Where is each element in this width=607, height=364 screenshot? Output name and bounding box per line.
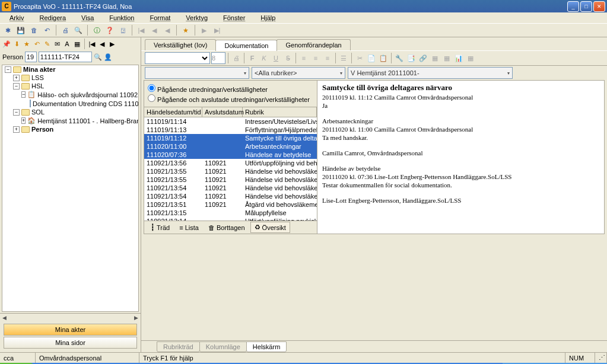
table-row[interactable]: 110921/13:51110921Åtgärd vid behovsläkem… bbox=[144, 200, 317, 209]
sidebar-mail-icon[interactable]: ✉ bbox=[53, 40, 61, 48]
tool-g-icon[interactable]: ▦ bbox=[465, 53, 476, 63]
col-rubrik[interactable]: Rubrik bbox=[243, 107, 317, 117]
tree-sol[interactable]: SOL bbox=[31, 108, 45, 116]
tab-genomforandeplan[interactable]: Genomförandeplan bbox=[277, 39, 350, 50]
toolbar-play-icon[interactable]: ▶ bbox=[199, 25, 209, 36]
btab-kolumnlage[interactable]: Kolumnläge bbox=[199, 341, 247, 352]
sidebar-a-icon[interactable]: A bbox=[63, 40, 71, 48]
align-center-icon[interactable]: ≡ bbox=[310, 53, 321, 63]
filter-dropdown-2[interactable]: <Alla rubriker>▾ bbox=[252, 67, 345, 79]
mina-akter-button[interactable]: Mina akter bbox=[4, 324, 137, 336]
tool-e-icon[interactable]: ▦ bbox=[441, 53, 452, 63]
underline-icon[interactable]: U bbox=[271, 53, 281, 63]
tree-expand-icon[interactable]: + bbox=[13, 126, 20, 133]
tool-b-icon[interactable]: 📑 bbox=[406, 53, 417, 63]
sidebar-scrollbar[interactable]: ◀▶ bbox=[0, 313, 141, 321]
tool-a-icon[interactable]: 🔧 bbox=[394, 53, 405, 63]
font-size-input[interactable] bbox=[211, 52, 225, 64]
status-resize-grip[interactable]: ⋰ bbox=[595, 353, 607, 363]
table-row[interactable]: 111019/11:12Samtycke till övriga deltaga bbox=[144, 134, 317, 142]
paste-icon[interactable]: 📋 bbox=[378, 53, 389, 63]
close-button[interactable]: ✕ bbox=[593, 1, 605, 12]
grid-body[interactable]: 111019/11:14Intressen/Utevistelse/Livsf1… bbox=[144, 117, 317, 221]
navigation-tree[interactable]: −Mina akter +LSS −HSL −📋Hälso- och sjukv… bbox=[2, 65, 139, 312]
align-left-icon[interactable]: ≡ bbox=[298, 53, 309, 63]
tree-hsl-doc[interactable]: Dokumentation Utredning CDS 111019 bbox=[33, 100, 139, 107]
sidebar-edit-icon[interactable]: ✎ bbox=[43, 40, 51, 48]
toolbar-first-icon[interactable]: |◀ bbox=[136, 25, 147, 36]
italic-icon[interactable]: K bbox=[259, 53, 269, 63]
toolbar-info-icon[interactable]: ⓘ bbox=[91, 25, 102, 36]
tool-d-icon[interactable]: ▦ bbox=[430, 53, 440, 63]
person-id-short-input[interactable] bbox=[25, 52, 37, 62]
trad-button[interactable]: ┇Träd bbox=[147, 222, 174, 233]
copy-icon[interactable]: 📄 bbox=[366, 53, 377, 63]
menu-funktion[interactable]: Funktion bbox=[102, 14, 141, 22]
menu-format[interactable]: Format bbox=[143, 14, 178, 22]
print-icon[interactable]: 🖨 bbox=[231, 53, 241, 63]
font-family-select[interactable] bbox=[145, 52, 210, 64]
sidebar-pin-icon[interactable]: 📌 bbox=[2, 40, 11, 48]
toolbar-back-icon[interactable]: ◀ bbox=[162, 25, 173, 36]
table-row[interactable]: 111020/11:00Arbetsanteckningar bbox=[144, 142, 317, 151]
filter-dropdown-3[interactable]: V Hemtjänst 20111001-▾ bbox=[348, 67, 513, 79]
align-right-icon[interactable]: ≡ bbox=[322, 53, 333, 63]
sidebar-down-icon[interactable]: ⬇ bbox=[12, 40, 21, 48]
lista-button[interactable]: ≡Lista bbox=[175, 222, 203, 233]
filter-dropdown-1[interactable]: ▾ bbox=[145, 67, 249, 79]
tree-collapse-icon[interactable]: − bbox=[21, 91, 26, 98]
table-row[interactable]: 110921/13:55110921Händelse vid behovsläk… bbox=[144, 167, 317, 175]
tree-lss[interactable]: LSS bbox=[31, 74, 44, 81]
tree-hsl-child[interactable]: Hälso- och sjukvårdsjournal 110921 - bbox=[37, 91, 139, 98]
radio-pagende[interactable]: Pågående utredningar/verkställigheter bbox=[148, 84, 313, 94]
toolbar-print-icon[interactable]: 🖨 bbox=[60, 25, 71, 36]
menu-arkiv[interactable]: Arkiv bbox=[2, 14, 31, 22]
toolbar-undo-icon[interactable]: ↶ bbox=[42, 25, 52, 36]
sidebar-next-icon[interactable]: ▶ bbox=[108, 40, 116, 48]
menu-fonster[interactable]: Fönster bbox=[216, 14, 252, 22]
tree-root[interactable]: Mina akter bbox=[23, 66, 55, 73]
table-row[interactable]: 111020/07:36Händelse av betydelse bbox=[144, 151, 317, 159]
strike-icon[interactable]: S̶ bbox=[282, 53, 293, 63]
mina-sidor-button[interactable]: Mina sidor bbox=[4, 337, 137, 349]
toolbar-new-icon[interactable]: ✱ bbox=[2, 25, 13, 36]
radio-avslutade[interactable]: Pågående och avslutade utredningar/verks… bbox=[148, 94, 313, 104]
sidebar-prev-icon[interactable]: ◀ bbox=[98, 40, 106, 48]
table-row[interactable]: 110921/13:54110921Händelse vid behovsläk… bbox=[144, 184, 317, 192]
toolbar-preview-icon[interactable]: 🔍 bbox=[73, 25, 84, 36]
tree-collapse-icon[interactable]: − bbox=[5, 66, 11, 73]
toolbar-prev-icon[interactable]: ◀ bbox=[149, 25, 160, 36]
list-icon[interactable]: ☰ bbox=[338, 53, 349, 63]
toolbar-end-icon[interactable]: ▶| bbox=[212, 25, 223, 36]
toolbar-star-icon[interactable]: ★ bbox=[180, 25, 191, 36]
table-row[interactable]: 111019/11:13Förflyttningar/Hjälpmedel bbox=[144, 126, 317, 134]
menu-redigera[interactable]: Redigera bbox=[32, 14, 73, 22]
borttagen-button[interactable]: 🗑Borttagen bbox=[204, 222, 249, 233]
tab-dokumentation[interactable]: Dokumentation bbox=[215, 40, 277, 51]
toolbar-whatsthis-icon[interactable]: ⍰ bbox=[117, 25, 128, 36]
toolbar-delete-icon[interactable]: 🗑 bbox=[28, 25, 39, 36]
lookup-icon[interactable]: 🔍 bbox=[94, 53, 102, 61]
person-icon[interactable]: 👤 bbox=[104, 53, 112, 61]
menu-hjalp[interactable]: Hjälp bbox=[253, 14, 282, 22]
col-avslutsdatum[interactable]: Avslutsdatum bbox=[202, 107, 243, 117]
btab-helskarm[interactable]: Helskärm bbox=[246, 341, 287, 352]
tree-expand-icon[interactable]: + bbox=[13, 75, 20, 81]
tree-hsl[interactable]: HSL bbox=[31, 82, 44, 90]
sidebar-grid-icon[interactable]: ▦ bbox=[73, 40, 81, 48]
sidebar-star-icon[interactable]: ★ bbox=[23, 40, 31, 48]
table-row[interactable]: 110921/13:54110921Händelse vid behovsläk… bbox=[144, 192, 317, 200]
table-row[interactable]: 110921/13:56110921Utfört/uppföljning vid… bbox=[144, 159, 317, 167]
tab-verkstallighet[interactable]: Verkställighet (Iov) bbox=[145, 39, 216, 50]
sidebar-undo-icon[interactable]: ↶ bbox=[33, 40, 41, 48]
col-handelsedatum[interactable]: Händelsedatum/tid bbox=[144, 107, 202, 117]
cut-icon[interactable]: ✂ bbox=[354, 53, 365, 63]
menu-verktyg[interactable]: Verktyg bbox=[179, 14, 215, 22]
tree-collapse-icon[interactable]: − bbox=[13, 83, 20, 90]
sidebar-first-icon[interactable]: |◀ bbox=[88, 40, 96, 48]
tree-collapse-icon[interactable]: − bbox=[13, 109, 20, 116]
tree-expand-icon[interactable]: + bbox=[21, 117, 26, 124]
table-row[interactable]: 110921/13:55110921Händelse vid behovsläk… bbox=[144, 175, 317, 184]
person-id-long-input[interactable] bbox=[39, 52, 92, 62]
table-row[interactable]: 111019/11:14Intressen/Utevistelse/Livsf bbox=[144, 117, 317, 126]
